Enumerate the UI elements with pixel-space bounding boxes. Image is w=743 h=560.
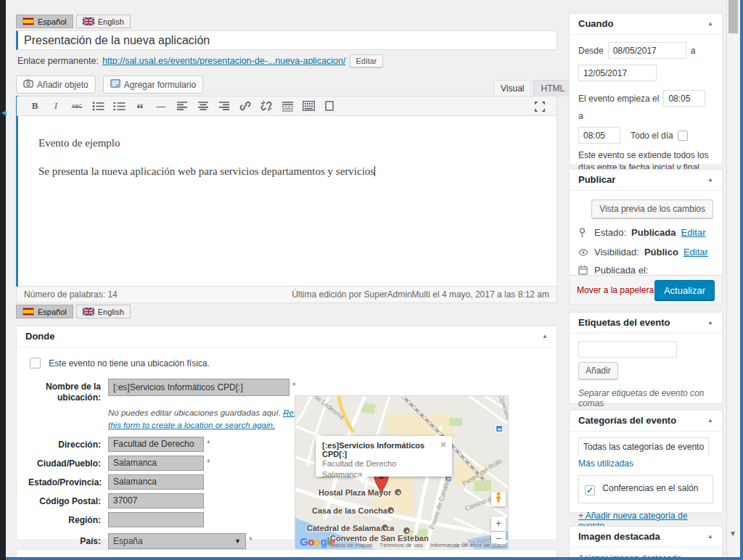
collapse-toggle-icon[interactable]: ▲ xyxy=(707,170,713,190)
city-input[interactable] xyxy=(108,456,204,471)
end-date-input[interactable] xyxy=(578,65,657,81)
collapsed-admin-menu[interactable]: ◄ xyxy=(0,0,6,560)
word-count: Número de palabras: 14 xyxy=(24,289,118,300)
edit-status-link[interactable]: Editar xyxy=(681,227,706,238)
poi-icon[interactable] xyxy=(381,524,389,532)
estado-label: Estado: xyxy=(594,227,626,238)
align-left-icon[interactable] xyxy=(174,99,190,113)
language-tab-english[interactable]: English xyxy=(76,305,131,318)
toolbar-toggle-icon[interactable] xyxy=(300,99,316,113)
add-form-button[interactable]: Agregar formulario xyxy=(103,75,203,94)
collapse-toggle-icon[interactable]: ▲ xyxy=(542,326,548,347)
close-icon[interactable]: ✕ xyxy=(440,440,447,450)
all-day-checkbox[interactable] xyxy=(678,131,688,141)
postcode-input[interactable] xyxy=(108,493,204,508)
add-tag-button[interactable]: Añadir xyxy=(578,362,618,379)
no-location-checkbox[interactable] xyxy=(30,358,41,368)
tab-all-categories[interactable]: Todas las categorías de evento xyxy=(578,437,709,457)
bulleted-list-icon[interactable] xyxy=(90,99,106,113)
new-tag-input[interactable] xyxy=(578,341,677,358)
horizontal-rule-icon[interactable]: — xyxy=(153,99,169,113)
state-input[interactable] xyxy=(108,474,204,490)
editor-text-area[interactable]: Evento de ejemplo Se presenta la nueva a… xyxy=(17,116,557,286)
poi-label[interactable]: Casa de las Conchas xyxy=(312,506,392,515)
info-window-title: [:es]Servicios Informáticos CPD[:] xyxy=(322,441,446,458)
move-to-trash-link[interactable]: Mover a la papelera xyxy=(577,285,654,295)
fullscreen-icon[interactable] xyxy=(532,99,548,114)
publicar-panel-header[interactable]: Publicar ▲ xyxy=(570,170,722,191)
end-time-input[interactable] xyxy=(578,127,620,144)
etiquetas-panel-header[interactable]: Etiquetas del evento ▲ xyxy=(570,313,722,334)
update-button[interactable]: Actualizar xyxy=(654,280,715,300)
uk-flag-icon xyxy=(83,17,94,25)
report-error-link[interactable]: Informar de un error de Maps xyxy=(430,542,506,548)
collapse-toggle-icon[interactable]: ▲ xyxy=(707,14,713,34)
donde-body: Este evento no tiene una ubicación físic… xyxy=(17,347,557,560)
field-label: Nombre de la ubicación: xyxy=(28,379,101,403)
no-location-row: Este evento no tiene una ubicación físic… xyxy=(30,358,545,368)
donde-panel-header[interactable]: Donde ▲ xyxy=(17,326,557,347)
info-window-city: Salamanca xyxy=(322,469,446,480)
region-input[interactable] xyxy=(108,512,204,527)
categorias-panel-header[interactable]: Categorías del evento ▲ xyxy=(570,411,722,432)
tab-visual[interactable]: Visual xyxy=(493,80,531,96)
tab-html[interactable]: HTML xyxy=(533,80,572,96)
category-checkbox-checked[interactable]: ✓ xyxy=(585,485,595,495)
link-icon[interactable] xyxy=(237,99,253,113)
map-data-link[interactable]: Datos de mapas xyxy=(330,542,372,548)
imagen-panel-header[interactable]: Imagen destacada ▲ xyxy=(570,527,722,548)
transit-icon[interactable] xyxy=(496,425,503,432)
page-scrollbar[interactable]: ▼ xyxy=(726,0,739,557)
pegman-control[interactable] xyxy=(491,492,506,506)
address-input[interactable] xyxy=(108,437,204,452)
cuando-panel-header[interactable]: Cuando ▲ xyxy=(570,14,722,35)
language-tab-espanol[interactable]: Español xyxy=(16,15,73,28)
blockquote-icon[interactable]: “ xyxy=(132,99,148,113)
language-tabs-bottom: Español English xyxy=(16,305,131,318)
numbered-list-icon[interactable] xyxy=(111,99,127,113)
more-tag-icon[interactable] xyxy=(279,99,295,113)
field-label: Ciudad/Pueblo: xyxy=(28,456,101,469)
collapse-menu-icon[interactable]: ◄ xyxy=(0,106,6,119)
start-date-input[interactable] xyxy=(608,42,686,59)
start-time-input[interactable] xyxy=(663,90,705,107)
collapse-toggle-icon[interactable]: ▲ xyxy=(707,411,713,431)
categorias-panel: Categorías del evento ▲ Todas las catego… xyxy=(569,410,723,513)
permalink-url-link[interactable]: http://sal.usal.es/events/presentacion-d… xyxy=(102,56,346,66)
scrollbar-down-arrow[interactable]: ▼ xyxy=(729,530,736,538)
permalink-edit-button[interactable]: Editar xyxy=(350,54,384,67)
editor-paragraph: Evento de ejemplo xyxy=(38,135,535,152)
poi-icon[interactable] xyxy=(387,506,395,514)
permalink-row: Enlace permanente: http://sal.usal.es/ev… xyxy=(17,54,383,67)
strikethrough-icon[interactable]: ABC xyxy=(69,99,85,113)
align-center-icon[interactable] xyxy=(195,99,211,113)
imagen-title: Imagen destacada xyxy=(578,531,660,542)
preview-changes-button[interactable]: Vista previa de los cambios xyxy=(591,199,713,218)
field-label: Región: xyxy=(28,512,101,526)
tab-most-used[interactable]: Más utilizadas xyxy=(578,458,633,469)
language-tab-english[interactable]: English xyxy=(76,15,131,28)
italic-icon[interactable]: I xyxy=(48,99,64,113)
align-right-icon[interactable] xyxy=(216,99,232,113)
scrollbar-thumb[interactable] xyxy=(728,0,738,33)
tags-hint: Separar etiquetas de evento con comas xyxy=(578,388,713,408)
collapse-toggle-icon[interactable]: ▲ xyxy=(707,313,713,333)
a-label: a xyxy=(578,111,583,121)
map-attribution: Datos de mapas Términos de uso Informar … xyxy=(330,542,506,548)
google-map[interactable]: de Ledesma s Cipreses Gran Via Paseo de … xyxy=(295,395,509,551)
collapse-toggle-icon[interactable]: ▲ xyxy=(707,527,713,547)
field-label: País: xyxy=(28,533,101,547)
unlink-icon[interactable] xyxy=(258,99,274,113)
country-select[interactable]: España ▼ xyxy=(108,533,246,549)
placeholder-square-icon[interactable] xyxy=(321,99,337,113)
poi-icon[interactable] xyxy=(394,488,402,496)
location-name-input[interactable] xyxy=(108,379,290,396)
window-border xyxy=(740,0,743,560)
bold-icon[interactable]: B xyxy=(27,99,43,113)
event-title-input[interactable] xyxy=(18,31,557,49)
add-media-button[interactable]: Añadir objeto xyxy=(16,75,96,94)
edit-visibility-link[interactable]: Editar xyxy=(684,247,708,258)
language-tab-espanol[interactable]: Español xyxy=(16,305,73,318)
terms-link[interactable]: Términos de uso xyxy=(379,542,423,548)
zoom-in-button[interactable]: + xyxy=(491,516,506,531)
